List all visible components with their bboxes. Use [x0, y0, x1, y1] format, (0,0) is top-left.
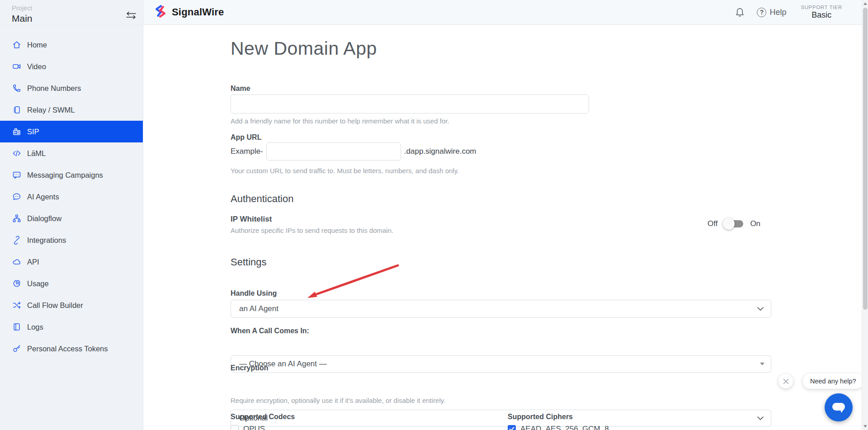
- authentication-heading: Authentication: [231, 193, 293, 205]
- sidebar-item-label: Logs: [27, 323, 43, 331]
- help-button[interactable]: ? Help: [757, 8, 786, 17]
- call-comes-in-label: When A Call Comes In:: [231, 327, 309, 335]
- vertical-scrollbar[interactable]: [862, 0, 868, 430]
- sidebar-item-personal-access-tokens[interactable]: Personal Access Tokens: [0, 338, 143, 359]
- sidebar-item-dialogflow[interactable]: Dialogflow: [0, 208, 143, 229]
- toggle-knob[interactable]: [723, 218, 735, 230]
- support-tier-value: Basic: [801, 10, 842, 20]
- close-icon: [783, 378, 789, 384]
- fax-phone-icon: [12, 127, 21, 136]
- app-url-row: Example- .dapp.signalwire.com: [231, 142, 476, 161]
- support-tier: SUPPORT TIER Basic: [801, 5, 842, 20]
- hierarchy-icon: [12, 214, 21, 223]
- toggle-off-label: Off: [708, 219, 717, 228]
- name-input[interactable]: [231, 95, 589, 113]
- sidebar-item-label: SIP: [27, 128, 39, 136]
- chat-dismiss-button[interactable]: [778, 374, 793, 388]
- sidebar-item-logs[interactable]: Logs: [0, 316, 143, 338]
- sidebar-item-laml[interactable]: LāML: [0, 142, 143, 164]
- check-icon: [509, 427, 514, 430]
- handle-using-value: an AI Agent: [239, 304, 278, 313]
- chat-tooltip[interactable]: Need any help?: [803, 373, 863, 389]
- chat-tooltip-text: Need any help?: [810, 378, 856, 385]
- sidebar: Project Main Home Video Phone Numbers Re…: [0, 0, 143, 430]
- ip-whitelist-toggle[interactable]: [724, 220, 743, 227]
- toggle-on-label: On: [750, 219, 760, 228]
- sidebar-item-messaging-campaigns[interactable]: Messaging Campaigns: [0, 164, 143, 186]
- code-icon: [12, 149, 21, 158]
- home-icon: [12, 40, 21, 49]
- handle-using-label: Handle Using: [231, 289, 277, 298]
- top-bar: SignalWire ? Help SUPPORT TIER Basic: [143, 0, 862, 25]
- select-arrow-icon: [760, 363, 764, 365]
- app-url-input[interactable]: [266, 142, 401, 161]
- supported-codecs-label: Supported Codecs: [231, 413, 295, 421]
- handle-using-select[interactable]: an AI Agent: [231, 300, 771, 318]
- call-comes-in-select[interactable]: — Choose an AI Agent —: [231, 355, 771, 373]
- project-name[interactable]: Main: [12, 13, 143, 24]
- sidebar-item-integrations[interactable]: Integrations: [0, 229, 143, 251]
- chevron-down-icon: [757, 307, 764, 311]
- chip-icon: [12, 105, 21, 114]
- video-camera-icon: [12, 62, 21, 71]
- sidebar-item-sip[interactable]: SIP: [0, 121, 143, 142]
- sidebar-item-label: Messaging Campaigns: [27, 171, 103, 180]
- key-icon: [12, 344, 21, 353]
- sidebar-item-label: Dialogflow: [27, 214, 61, 223]
- app-url-prefix: Example-: [231, 147, 263, 156]
- pie-chart-icon: [12, 279, 21, 288]
- encryption-select[interactable]: Optional: [231, 410, 771, 427]
- cipher-checkbox[interactable]: [508, 425, 516, 430]
- sidebar-item-api[interactable]: API: [0, 251, 143, 273]
- question-mark-icon: ?: [757, 8, 766, 17]
- project-label: Project: [12, 5, 143, 12]
- scroll-up-arrow-icon[interactable]: [863, 2, 867, 5]
- shuffle-icon: [12, 301, 21, 310]
- top-right-actions: ? Help SUPPORT TIER Basic: [735, 5, 842, 20]
- sidebar-item-call-flow-builder[interactable]: Call Flow Builder: [0, 294, 143, 316]
- help-label: Help: [769, 8, 786, 17]
- message-square-icon: [12, 170, 21, 180]
- support-tier-label: SUPPORT TIER: [801, 5, 842, 10]
- chat-bubble-icon: [832, 401, 845, 414]
- scroll-down-arrow-icon[interactable]: [863, 425, 867, 428]
- ip-whitelist-label: IP Whitelist: [231, 215, 272, 224]
- sidebar-item-label: Relay / SWML: [27, 106, 75, 114]
- sidebar-item-label: Call Flow Builder: [27, 301, 83, 310]
- codec-option-row: OPUS: [231, 425, 265, 430]
- encryption-help-text: Require encryption, optionally use it if…: [231, 397, 445, 404]
- sidebar-item-usage[interactable]: Usage: [0, 273, 143, 294]
- brand-name: SignalWire: [172, 6, 224, 18]
- opus-checkbox[interactable]: [231, 425, 239, 430]
- project-block: Project Main: [0, 0, 143, 25]
- name-label: Name: [231, 85, 250, 93]
- cipher-option-row: AEAD_AES_256_GCM_8: [508, 425, 609, 430]
- ip-whitelist-toggle-row: Off On: [708, 219, 760, 228]
- cloud-icon: [12, 257, 21, 266]
- app-url-suffix: .dapp.signalwire.com: [404, 147, 476, 156]
- chat-launcher-button[interactable]: [825, 393, 853, 421]
- scrollbar-thumb[interactable]: [863, 8, 868, 310]
- app-url-label: App URL: [231, 133, 261, 142]
- sidebar-item-relay-swml[interactable]: Relay / SWML: [0, 99, 143, 121]
- sidebar-item-video[interactable]: Video: [0, 56, 143, 77]
- sidebar-item-label: Integrations: [27, 236, 66, 245]
- signalwire-logo-icon: [154, 5, 167, 20]
- sidebar-item-ai-agents[interactable]: AI Agents: [0, 186, 143, 208]
- annotation-arrow: [304, 262, 406, 305]
- sidebar-item-home[interactable]: Home: [0, 34, 143, 56]
- notification-bell-icon[interactable]: [735, 7, 745, 18]
- supported-ciphers-label: Supported Ciphers: [508, 413, 573, 421]
- sidebar-item-label: Phone Numbers: [27, 84, 81, 93]
- page-title: New Domain App: [231, 38, 377, 59]
- link-icon: [12, 236, 21, 245]
- codec-option-label: OPUS: [243, 425, 265, 430]
- app-url-help-text: Your custom URL to send traffic to. Must…: [231, 167, 459, 175]
- sidebar-item-phone-numbers[interactable]: Phone Numbers: [0, 77, 143, 99]
- journal-icon: [12, 322, 21, 331]
- chevron-down-icon: [757, 416, 764, 420]
- brand[interactable]: SignalWire: [154, 5, 224, 20]
- encryption-label: Encryption: [231, 364, 269, 372]
- phone-icon: [12, 84, 21, 93]
- swap-arrows-icon[interactable]: [126, 11, 137, 20]
